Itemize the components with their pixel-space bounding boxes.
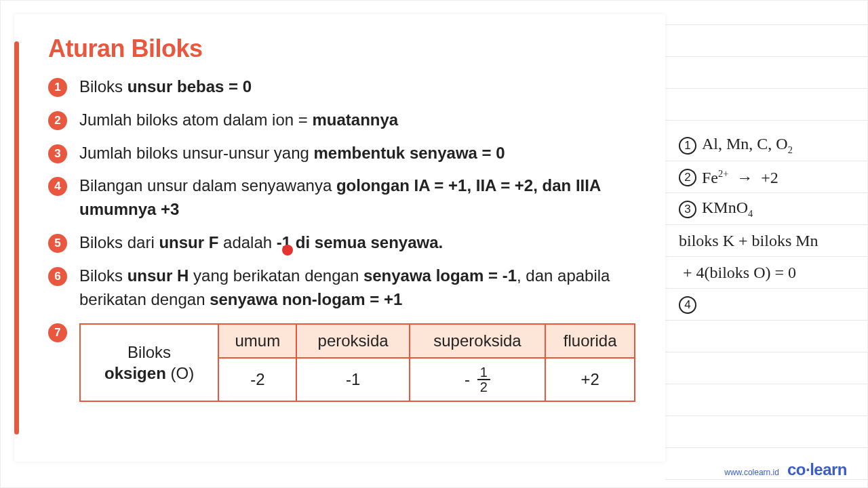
- rule-row: 5Biloks dari unsur F adalah -1 di semua …: [48, 231, 645, 255]
- rule-7-row: 7 Biloksoksigen (O) umum peroksida super…: [48, 321, 645, 402]
- laser-pointer-icon: [282, 245, 293, 256]
- rule-text: Jumlah biloks unsur-unsur yang membentuk…: [79, 142, 505, 165]
- note-text: Fe2+ → +2: [702, 168, 778, 187]
- rule-text: Jumlah biloks atom dalam ion = muatannya: [79, 108, 398, 132]
- table-cell-fraction: - 12: [410, 358, 546, 401]
- note-line: 1Al, Mn, C, O2: [679, 129, 854, 161]
- rule-row: 2Jumlah biloks atom dalam ion = muatanny…: [48, 108, 645, 132]
- rule-row: 3Jumlah biloks unsur-unsur yang membentu…: [48, 142, 645, 165]
- table-header: peroksida: [296, 324, 409, 358]
- table-header: umum: [218, 324, 296, 358]
- slide-title: Aturan Biloks: [48, 35, 645, 63]
- page: Aturan Biloks 1Biloks unsur bebas = 02Ju…: [1, 1, 867, 487]
- rule-text: Biloks unsur H yang berikatan dengan sen…: [79, 264, 645, 312]
- note-text: + 4(biloks O) = 0: [679, 264, 796, 282]
- footer-url: www.colearn.id: [724, 468, 779, 477]
- rule-row: 6Biloks unsur H yang berikatan dengan se…: [48, 264, 645, 312]
- brand-post: learn: [810, 460, 847, 479]
- note-number-circle-icon: 3: [679, 201, 696, 218]
- rule-number-badge: 6: [48, 267, 67, 286]
- note-line: + 4(biloks O) = 0: [679, 257, 854, 289]
- footer: www.colearn.id co·learn: [724, 460, 847, 479]
- slide-card: Aturan Biloks 1Biloks unsur bebas = 02Ju…: [14, 14, 665, 462]
- note-text: biloks K + biloks Mn: [679, 232, 818, 250]
- brand-logo: co·learn: [787, 460, 847, 479]
- rule-number-badge: 5: [48, 234, 67, 253]
- rule-number-badge: 2: [48, 111, 67, 130]
- table-header: fluorida: [545, 324, 635, 358]
- rule-text: Biloks unsur bebas = 0: [79, 75, 252, 99]
- note-text: Al, Mn, C, O2: [702, 135, 793, 156]
- note-number-circle-icon: 4: [679, 296, 696, 314]
- table-cell: -2: [218, 358, 296, 401]
- table-cell: -1: [296, 358, 409, 401]
- rule-row: 4Bilangan unsur dalam senyawanya golonga…: [48, 174, 645, 222]
- handwritten-notes: 1Al, Mn, C, O22Fe2+ → +23KMnO4biloks K +…: [665, 1, 867, 487]
- table-cell: +2: [545, 358, 635, 401]
- oxygen-biloks-table: Biloksoksigen (O) umum peroksida superok…: [79, 323, 635, 402]
- rule-number-badge: 1: [48, 78, 67, 97]
- table-header: superoksida: [410, 324, 546, 358]
- brand-pre: co: [787, 460, 806, 479]
- note-line: 3KMnO4: [679, 193, 854, 225]
- note-line: biloks K + biloks Mn: [679, 225, 854, 257]
- note-text: KMnO4: [702, 199, 753, 220]
- note-line: 2Fe2+ → +2: [679, 161, 854, 193]
- rule-number-badge: 7: [48, 323, 67, 342]
- note-line: 4: [679, 289, 854, 321]
- note-number-circle-icon: 1: [679, 137, 696, 155]
- rule-number-badge: 4: [48, 177, 67, 196]
- note-number-circle-icon: 2: [679, 169, 696, 186]
- table-row-label: Biloksoksigen (O): [80, 324, 218, 401]
- rule-text: Biloks dari unsur F adalah -1 di semua s…: [79, 231, 443, 255]
- rule-number-badge: 3: [48, 144, 67, 163]
- rules-list: 1Biloks unsur bebas = 02Jumlah biloks at…: [48, 75, 645, 311]
- rule-row: 1Biloks unsur bebas = 0: [48, 75, 645, 99]
- rule-text: Bilangan unsur dalam senyawanya golongan…: [79, 174, 645, 222]
